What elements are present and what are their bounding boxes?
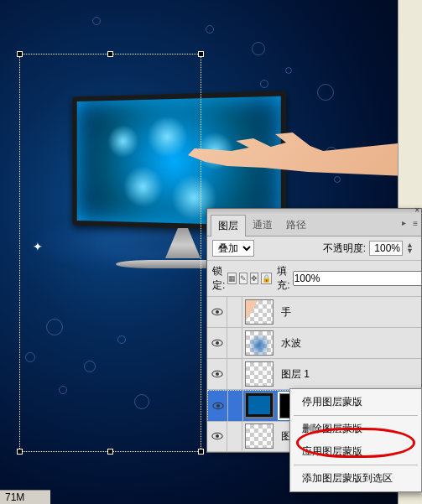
bubble [252, 42, 265, 55]
tab-layers[interactable]: 图层 [211, 215, 246, 236]
visibility-eye-icon[interactable] [207, 328, 227, 358]
panel-header[interactable]: × [207, 209, 421, 215]
tab-paths[interactable]: 路径 [279, 215, 313, 236]
bubble [334, 176, 341, 183]
fill-label: 填充: [277, 264, 289, 293]
transform-bounds[interactable] [19, 54, 201, 452]
layer-name[interactable]: 水波 [276, 336, 421, 351]
lock-pixels-icon[interactable]: ✎ [239, 273, 247, 284]
transform-handle-ne[interactable] [198, 51, 204, 57]
tab-channels[interactable]: 通道 [246, 215, 279, 236]
transform-handle-nw[interactable] [17, 51, 23, 57]
transform-handle-n[interactable] [107, 51, 113, 57]
layer-row[interactable]: 图层 1 [207, 359, 421, 390]
context-menu-item[interactable]: 删除图层蒙版 [290, 418, 421, 440]
status-bar: 71M [0, 490, 50, 504]
svg-point-3 [216, 341, 219, 345]
bubble [92, 17, 101, 25]
status-doc-size: 71M [5, 491, 24, 503]
layer-thumbnail[interactable] [245, 423, 274, 449]
context-menu-item[interactable]: 添加图层蒙版到选区 [290, 467, 421, 490]
layer-thumbnail[interactable] [245, 299, 274, 325]
visibility-eye-icon[interactable] [207, 421, 227, 451]
menu-separator [294, 465, 418, 465]
svg-point-1 [216, 310, 219, 314]
link-column[interactable] [227, 297, 242, 327]
context-menu-item[interactable]: 应用图层蒙版 [290, 440, 421, 463]
layer-thumbnail[interactable] [245, 330, 274, 356]
layer-name[interactable]: 手 [276, 305, 421, 320]
svg-point-7 [216, 404, 220, 408]
visibility-eye-icon[interactable] [208, 391, 228, 421]
close-icon[interactable]: × [414, 205, 419, 215]
svg-point-5 [216, 372, 219, 376]
transform-handle-se[interactable] [198, 449, 204, 455]
layer-row[interactable]: 手 [207, 297, 421, 328]
bubble [317, 84, 334, 101]
visibility-eye-icon[interactable] [207, 359, 227, 389]
fill-input[interactable] [293, 271, 422, 286]
layer-thumbnail[interactable] [245, 392, 274, 418]
bubble [285, 67, 292, 74]
anchor-point-icon[interactable]: ✦ [33, 240, 43, 253]
opacity-input[interactable] [369, 241, 403, 256]
link-column[interactable] [227, 359, 242, 389]
bubble [206, 25, 214, 34]
layer-thumbnail[interactable] [245, 361, 274, 387]
bubble [260, 80, 268, 88]
transform-handle-s[interactable] [107, 449, 113, 455]
lock-transparency-icon[interactable]: ▦ [227, 273, 237, 284]
layer-options-row: 叠加 不透明度: ▲▼ [207, 236, 421, 261]
lock-label: 锁定: [212, 264, 225, 293]
lock-position-icon[interactable]: ✥ [250, 273, 258, 284]
link-column[interactable] [227, 421, 242, 451]
blend-mode-select[interactable]: 叠加 [212, 240, 254, 257]
layer-mask-context-menu: 停用图层蒙版删除图层蒙版应用图层蒙版添加图层蒙版到选区 [289, 388, 422, 492]
link-column[interactable] [228, 391, 243, 421]
layer-row[interactable]: 水波 [207, 328, 421, 359]
visibility-eye-icon[interactable] [207, 297, 227, 327]
lock-row: 锁定: ▦ ✎ ✥ 🔒 填充: ▲▼ [207, 261, 421, 297]
opacity-stepper[interactable]: ▲▼ [406, 242, 416, 254]
svg-point-11 [216, 434, 219, 438]
transform-handle-sw[interactable] [17, 449, 23, 455]
menu-separator [294, 415, 418, 416]
panel-tabs: 图层 通道 路径 ▸ ≡ [207, 215, 421, 236]
context-menu-item[interactable]: 停用图层蒙版 [290, 391, 421, 413]
lock-all-icon[interactable]: 🔒 [261, 273, 272, 284]
link-column[interactable] [227, 328, 242, 358]
panel-menu-icon[interactable]: ≡ [413, 219, 418, 228]
layer-name[interactable]: 图层 1 [276, 367, 421, 382]
arrow-icon[interactable]: ▸ [402, 218, 406, 227]
opacity-label: 不透明度: [323, 242, 366, 256]
